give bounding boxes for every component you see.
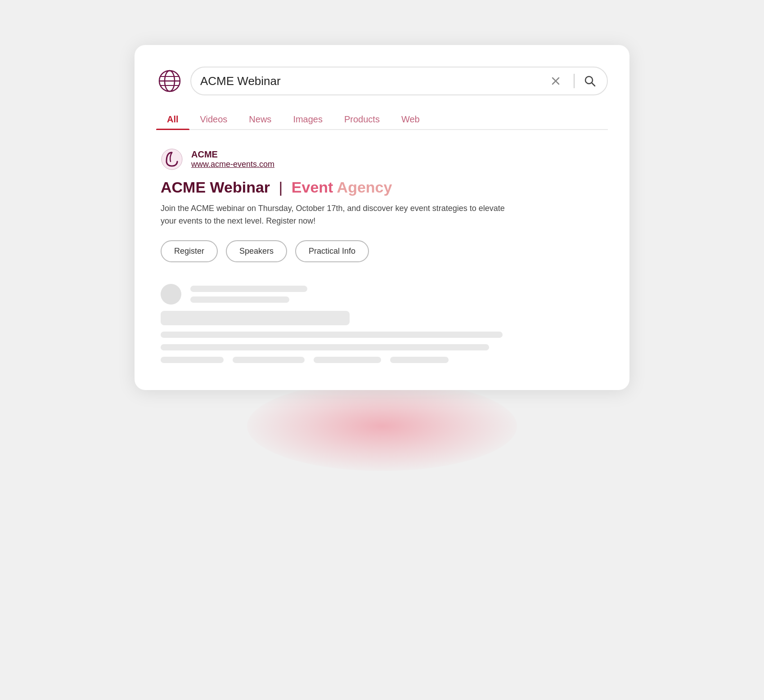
search-bar [156,67,608,95]
globe-icon [156,67,183,94]
search-input-wrap [190,67,608,95]
result-title: ACME Webinar | Event Agency [161,179,603,196]
practical-info-button[interactable]: Practical Info [295,240,369,262]
result-site-name: ACME [191,149,274,160]
skeleton-title-bar [161,311,350,325]
svg-point-7 [585,76,593,84]
page-wrapper: All Videos News Images Products Web ACME… [9,18,755,462]
result-logo-icon [161,148,183,171]
skeleton-tag-2 [233,357,305,363]
tab-all[interactable]: All [156,110,189,129]
skeleton-line-1 [190,286,307,292]
tab-web[interactable]: Web [391,110,431,129]
skeleton-tags [161,357,603,363]
skeleton-row-1 [161,284,603,305]
result-description: Join the ACME webinar on Thursday, Octob… [161,202,512,228]
tab-news[interactable]: News [238,110,282,129]
register-button[interactable]: Register [161,240,218,262]
clear-button[interactable] [548,74,563,88]
action-buttons: Register Speakers Practical Info [161,240,603,262]
speakers-button[interactable]: Speakers [226,240,287,262]
result-title-separator: | [279,179,283,196]
skeleton-text-2 [161,344,489,350]
skeleton-section [161,284,603,363]
skeleton-text-1 [161,332,503,338]
search-divider [574,74,575,88]
skeleton-tag-3 [314,357,381,363]
search-input[interactable] [200,74,548,88]
skeleton-line-2 [190,296,289,303]
skeleton-avatar [161,284,181,305]
skeleton-tag-4 [390,357,449,363]
tab-products[interactable]: Products [333,110,391,129]
search-button[interactable] [582,73,598,89]
bottom-glow [247,381,517,471]
tab-videos[interactable]: Videos [189,110,238,129]
skeleton-tag-1 [161,357,224,363]
result-title-agency: Agency [337,179,392,196]
tab-images[interactable]: Images [282,110,333,129]
result-site-info: ACME www.acme-events.com [191,149,274,169]
result-title-dark: ACME Webinar [161,179,270,196]
result-header: ACME www.acme-events.com [161,148,603,171]
skeleton-lines-short [190,286,307,303]
search-card: All Videos News Images Products Web ACME… [135,45,629,390]
result-title-event: Event [292,179,333,196]
svg-line-8 [592,83,595,86]
tabs-bar: All Videos News Images Products Web [156,110,608,130]
result-section: ACME www.acme-events.com ACME Webinar | … [156,148,608,363]
result-url[interactable]: www.acme-events.com [191,160,274,169]
